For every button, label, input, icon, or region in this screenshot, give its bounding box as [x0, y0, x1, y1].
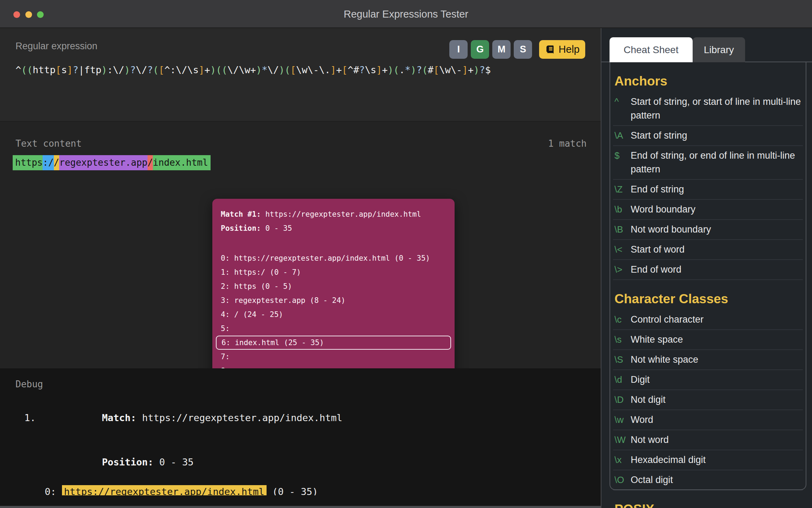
- regex-token-class: [: [159, 64, 164, 75]
- regex-token-class: ]: [199, 64, 204, 75]
- flag-m-button[interactable]: M: [492, 40, 511, 59]
- cheat-item[interactable]: \WNot word: [613, 430, 803, 450]
- match-group-row: 1: https:/ (0 - 7): [221, 265, 446, 279]
- regex-token-group: ((: [21, 64, 33, 75]
- window-title: Regular Expressions Tester: [0, 0, 812, 28]
- flag-i-button[interactable]: I: [449, 40, 468, 59]
- cheat-item[interactable]: \<Start of word: [613, 240, 803, 260]
- cheat-description: Digit: [631, 373, 801, 387]
- cheat-item[interactable]: \ZEnd of string: [613, 180, 803, 200]
- cheat-description: Control character: [631, 313, 801, 326]
- debug-item-number: 1.: [24, 411, 36, 425]
- regex-token-literal: ^: [15, 64, 21, 75]
- match-segment-green: https: [13, 155, 43, 170]
- debug-group-highlight-yellow: https://regexptester.app/index.html: [62, 485, 267, 495]
- cheat-description: Octal digit: [631, 473, 801, 487]
- regex-token-literal: :\/: [107, 64, 124, 75]
- flags-row: IGMS Help: [449, 40, 585, 59]
- cheat-symbol: \>: [614, 263, 631, 277]
- cheat-item[interactable]: $End of string, or end of line in multi-…: [613, 146, 803, 180]
- cheat-item[interactable]: \bWord boundary: [613, 200, 803, 220]
- regex-token-class: ]: [67, 64, 73, 75]
- cheat-section-heading: Character Classes: [614, 292, 801, 306]
- window-bottom-edge: [0, 506, 601, 508]
- debug-section: Debug 1.Match: https://regexptester.app/…: [0, 368, 601, 508]
- cheat-item[interactable]: ^Start of string, or start of line in mu…: [613, 92, 803, 126]
- regex-token-literal: \/: [267, 64, 279, 75]
- match-group-row-selected: 6: index.html (25 - 35): [216, 336, 451, 350]
- tab-cheat-sheet[interactable]: Cheat Sheet: [610, 37, 693, 62]
- regex-token-literal: $: [485, 64, 491, 75]
- match-segment-yellow: /: [54, 155, 60, 170]
- regex-pattern-input[interactable]: ^((http[s]?|ftp):\/)?\/?([^:\/\s]+)((\/\…: [15, 64, 491, 75]
- regex-token-group: (: [422, 64, 428, 75]
- regex-token-quantifier: ?: [479, 64, 485, 75]
- flag-g-button[interactable]: G: [471, 40, 489, 59]
- cheat-item[interactable]: \BNot word boundary: [613, 220, 803, 240]
- cheat-symbol: \b: [614, 203, 631, 216]
- cheat-symbol: \w: [614, 413, 631, 427]
- regex-token-class: ]: [330, 64, 336, 75]
- cheat-item[interactable]: \OOctal digit: [613, 470, 803, 490]
- regex-token-literal: \w\-\.: [296, 64, 331, 75]
- cheat-symbol: \D: [614, 393, 631, 407]
- tab-library[interactable]: Library: [693, 37, 745, 62]
- cheat-description: Hexadecimal digit: [631, 453, 801, 467]
- app-window: Regular Expressions Tester Regular expre…: [0, 0, 812, 508]
- regex-token-literal: http: [33, 64, 56, 75]
- regex-token-literal: \/: [136, 64, 147, 75]
- regex-token-class: ]: [376, 64, 382, 75]
- cheat-description: Not word: [631, 433, 801, 447]
- regex-token-quantifier: *: [262, 64, 267, 75]
- regex-token-quantifier: ?: [130, 64, 136, 75]
- cheat-description: Not white space: [631, 353, 801, 367]
- cheat-symbol: ^: [614, 95, 631, 109]
- match-group-row: 3: regexptester.app (8 - 24): [221, 293, 446, 307]
- regex-token-literal: \/\w+: [227, 64, 256, 75]
- cheat-description: Not digit: [631, 393, 801, 407]
- help-button[interactable]: Help: [539, 40, 585, 59]
- regex-token-literal: s: [61, 64, 67, 75]
- regex-token-group: ): [411, 64, 416, 75]
- main-column: Regular expression IGMS Help: [0, 28, 601, 508]
- debug-label: Debug: [15, 379, 43, 389]
- debug-match-row: 1.Match: https://regexptester.app/index.…: [0, 396, 601, 440]
- regex-token-literal: \w\-: [439, 64, 462, 75]
- match-group-row: 2: https (0 - 5): [221, 279, 446, 293]
- popup-spacer: [221, 235, 446, 251]
- cheat-item[interactable]: \DNot digit: [613, 390, 803, 410]
- regex-section: Regular expression IGMS Help: [0, 28, 601, 122]
- cheat-item[interactable]: \dDigit: [613, 370, 803, 390]
- cheat-item[interactable]: \xHexadecimal digit: [613, 450, 803, 470]
- cheat-section-heading: POSIX: [614, 502, 801, 508]
- debug-list: 1.Match: https://regexptester.app/index.…: [0, 396, 601, 495]
- cheat-item[interactable]: \>End of word: [613, 260, 803, 280]
- help-button-label: Help: [558, 44, 580, 55]
- cheat-symbol: \A: [614, 129, 631, 142]
- cheat-description: End of string, or end of line in multi-l…: [631, 149, 801, 176]
- cheat-symbol: \B: [614, 223, 631, 236]
- regex-token-group: ): [388, 64, 393, 75]
- regex-token-class: [: [433, 64, 439, 75]
- regex-token-group: ): [210, 64, 216, 75]
- regex-token-literal: ^:\/\s: [164, 64, 199, 75]
- cheat-description: Start of string: [631, 129, 801, 142]
- regex-token-group: ((: [216, 64, 227, 75]
- cheat-item[interactable]: \sWhite space: [613, 330, 803, 350]
- cheat-symbol: \<: [614, 243, 631, 256]
- book-icon: [545, 44, 555, 55]
- cheat-item[interactable]: \wWord: [613, 410, 803, 430]
- cheat-item[interactable]: \AStart of string: [613, 126, 803, 146]
- cheat-symbol: \S: [614, 353, 631, 367]
- text-content-section[interactable]: Text content 1 match https://regexpteste…: [0, 122, 601, 368]
- cheat-description: Not word boundary: [631, 223, 801, 236]
- match-segment-blue: :/: [43, 155, 54, 170]
- regex-token-quantifier: ?: [416, 64, 422, 75]
- regex-token-class: [: [56, 64, 61, 75]
- sidebar-tabs: Cheat Sheet Library: [610, 37, 745, 62]
- cheat-item[interactable]: \SNot white space: [613, 350, 803, 370]
- flag-s-button[interactable]: S: [514, 40, 532, 59]
- cheat-item[interactable]: \cControl character: [613, 310, 803, 330]
- regex-token-group: ): [124, 64, 130, 75]
- cheat-symbol: \c: [614, 313, 631, 326]
